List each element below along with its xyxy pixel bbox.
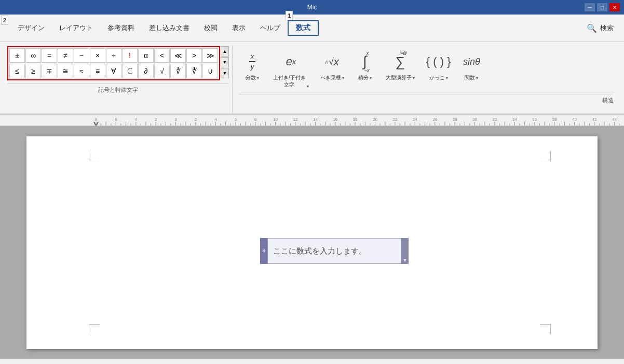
menu-item-review[interactable]: 校閲 — [197, 15, 225, 41]
sym-lldbl[interactable]: ≪ — [170, 48, 186, 63]
structure-section-label: 構造 — [239, 94, 614, 104]
badge-1: 1 — [286, 11, 293, 20]
equation-left-handle[interactable]: ⠿ — [260, 238, 267, 264]
scroll-down[interactable]: ▼ — [221, 57, 229, 67]
equation-content[interactable]: ここに数式を入力します。 — [267, 238, 401, 264]
sym-times[interactable]: × — [90, 48, 105, 63]
struct-function[interactable]: sinθ 関数 ▾ — [458, 47, 485, 83]
document-page: ⠿ ここに数式を入力します。 ▼ — [26, 136, 598, 349]
script-chevron: ▾ — [307, 84, 309, 89]
integral-chevron: ▾ — [370, 76, 372, 80]
struct-bracket[interactable]: { ( ) } かっこ ▾ — [422, 47, 455, 83]
equation-container: ⠿ ここに数式を入力します。 ▼ — [260, 238, 409, 264]
corner-bl — [89, 324, 99, 334]
struct-largeop[interactable]: ∑ n i=0 大型演算子 ▾ — [382, 47, 419, 83]
menu-item-design[interactable]: デザイン — [10, 15, 52, 41]
fraction-icon: x y — [249, 49, 256, 74]
struct-integral[interactable]: ∫ x −x 積分 ▾ — [351, 47, 378, 83]
search-icon[interactable]: 🔍 — [587, 23, 597, 33]
sym-equals[interactable]: = — [42, 48, 57, 63]
radical-icon: n√x — [325, 49, 339, 74]
function-label: 関数 — [465, 74, 475, 81]
scroll-more[interactable]: ▼ — [221, 68, 229, 78]
minimize-button[interactable]: ─ — [585, 3, 595, 11]
equation-right-handle[interactable]: ▼ — [401, 238, 409, 264]
menu-item-help[interactable]: ヘルプ — [253, 15, 288, 41]
sym-gt[interactable]: > — [186, 48, 202, 63]
corner-tr — [540, 151, 551, 161]
sym-fourthrt[interactable]: ∜ — [186, 64, 202, 78]
symbols-row-2: ≤ ≥ ∓ ≅ ≈ ≡ ∀ ℂ ∂ √ ∛ ∜ ∪ — [9, 64, 218, 78]
sym-exclaim[interactable]: ! — [122, 48, 138, 63]
corner-tl — [89, 151, 99, 161]
document-area: ⠿ ここに数式を入力します。 ▼ — [0, 126, 624, 359]
sym-sqrt[interactable]: √ — [154, 64, 170, 78]
bracket-chevron: ▾ — [446, 76, 448, 80]
largeop-chevron: ▾ — [413, 76, 415, 80]
sym-cbrt[interactable]: ∛ — [170, 64, 186, 78]
bracket-icon: { ( ) } — [426, 49, 451, 74]
script-label: 上付き/下付き文字 — [273, 74, 306, 89]
menu-item-equation[interactable]: 数式 — [288, 20, 319, 36]
sym-alpha[interactable]: α — [138, 48, 154, 63]
menu-item-view[interactable]: 表示 — [225, 15, 253, 41]
sym-divide[interactable]: ÷ — [106, 48, 121, 63]
symbols-row-1: ± ∞ = ≠ ~ × ÷ ! α < ≪ > ≫ — [9, 48, 218, 63]
symbols-section-label: 記号と特殊文字 — [7, 83, 229, 94]
fraction-chevron: ▾ — [257, 76, 259, 80]
search-area: 🔍 検索 — [587, 23, 624, 33]
function-icon: sinθ — [463, 49, 480, 74]
sym-congruent[interactable]: ≅ — [58, 64, 73, 78]
struct-fraction[interactable]: x y 分数 ▾ — [239, 47, 266, 83]
menu-item-mailings[interactable]: 差し込み文書 — [142, 15, 197, 41]
corner-br — [540, 324, 551, 334]
search-label[interactable]: 検索 — [600, 23, 614, 33]
sym-minusplus[interactable]: ∓ — [42, 64, 57, 78]
largeop-icon: ∑ n i=0 — [396, 49, 405, 74]
maximize-button[interactable]: □ — [597, 3, 607, 11]
close-button[interactable]: ✕ — [609, 3, 620, 11]
structure-section: x y 分数 ▾ ex 上付き/下付き文字 ▾ — [233, 45, 620, 114]
sym-complex[interactable]: ℂ — [122, 64, 138, 78]
menu-item-layout[interactable]: レイアウト — [52, 15, 100, 41]
sym-tilde[interactable]: ~ — [74, 48, 89, 63]
sym-partial[interactable]: ∂ — [138, 64, 154, 78]
sym-plusminus[interactable]: ± — [9, 48, 25, 63]
sym-lteq[interactable]: ≤ — [9, 64, 25, 78]
ruler: // Draw ruler marks via JS after DOM loa… — [0, 115, 624, 126]
function-chevron: ▾ — [476, 76, 478, 80]
sym-lt[interactable]: < — [154, 48, 170, 63]
sym-notequal[interactable]: ≠ — [58, 48, 73, 63]
sym-identical[interactable]: ≡ — [90, 64, 105, 78]
largeop-label: 大型演算子 — [386, 74, 412, 81]
struct-radical[interactable]: n√x べき乗根 ▾ — [316, 47, 348, 83]
menu-items: デザイン レイアウト 参考資料 差し込み文書 校閲 表示 ヘルプ 1 数式 — [0, 15, 319, 41]
sym-approx[interactable]: ≈ — [74, 64, 89, 78]
menu-item-references[interactable]: 参考資料 — [100, 15, 142, 41]
sym-gtdbl[interactable]: ≫ — [202, 48, 218, 63]
integral-icon: ∫ x −x — [363, 49, 367, 74]
scroll-up[interactable]: ▲ — [221, 46, 229, 57]
radical-label: べき乗根 — [320, 74, 341, 81]
struct-script[interactable]: ex 上付き/下付き文字 ▾ — [269, 47, 313, 91]
sym-gteq[interactable]: ≥ — [25, 64, 41, 78]
sym-forall[interactable]: ∀ — [106, 64, 121, 78]
sym-union[interactable]: ∪ — [202, 64, 218, 78]
integral-label: 積分 — [358, 74, 369, 81]
sym-infinity[interactable]: ∞ — [25, 48, 41, 63]
fraction-label: 分数 — [246, 74, 256, 81]
title-bar-text: Mic — [307, 4, 317, 11]
badge-1-container: 1 数式 — [288, 20, 319, 36]
symbols-section: ± ∞ = ≠ ~ × ÷ ! α < ≪ > ≫ ≤ ≥ — [4, 45, 233, 114]
badge-2: 2 — [1, 16, 8, 25]
script-icon: ex — [286, 49, 296, 74]
bracket-label: かっこ — [429, 74, 445, 81]
radical-chevron: ▾ — [342, 76, 344, 80]
